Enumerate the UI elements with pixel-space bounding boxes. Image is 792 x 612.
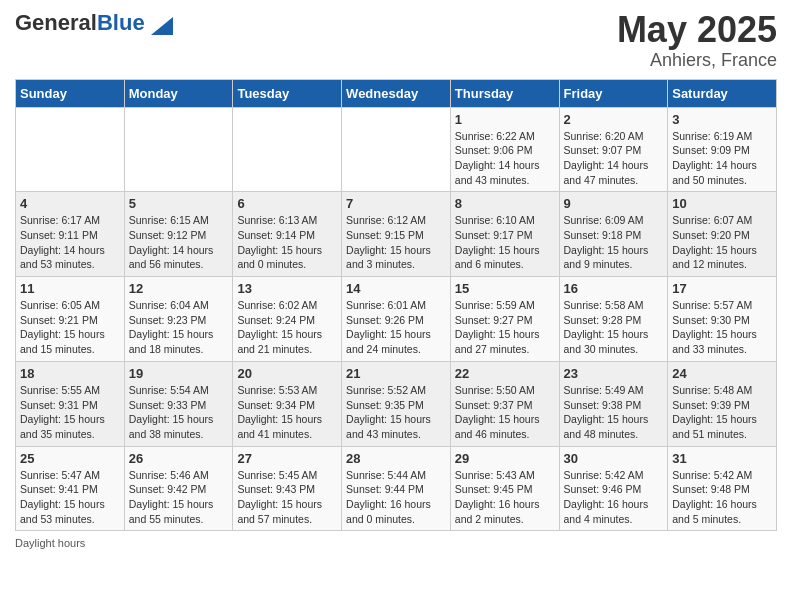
day-info: Sunrise: 5:53 AMSunset: 9:34 PMDaylight:…: [237, 383, 337, 442]
calendar-title: May 2025: [617, 10, 777, 50]
calendar-cell: 12Sunrise: 6:04 AMSunset: 9:23 PMDayligh…: [124, 277, 233, 362]
calendar-table: SundayMondayTuesdayWednesdayThursdayFrid…: [15, 79, 777, 532]
calendar-cell: 13Sunrise: 6:02 AMSunset: 9:24 PMDayligh…: [233, 277, 342, 362]
calendar-cell: 24Sunrise: 5:48 AMSunset: 9:39 PMDayligh…: [668, 361, 777, 446]
day-info: Sunrise: 5:54 AMSunset: 9:33 PMDaylight:…: [129, 383, 229, 442]
day-info: Sunrise: 6:09 AMSunset: 9:18 PMDaylight:…: [564, 213, 664, 272]
calendar-cell: 25Sunrise: 5:47 AMSunset: 9:41 PMDayligh…: [16, 446, 125, 531]
day-number: 25: [20, 451, 120, 466]
day-number: 24: [672, 366, 772, 381]
page-header: GeneralBlue May 2025 Anhiers, France: [15, 10, 777, 71]
calendar-cell: [16, 107, 125, 192]
day-number: 27: [237, 451, 337, 466]
calendar-cell: 17Sunrise: 5:57 AMSunset: 9:30 PMDayligh…: [668, 277, 777, 362]
logo-icon: [151, 17, 173, 35]
calendar-cell: 28Sunrise: 5:44 AMSunset: 9:44 PMDayligh…: [342, 446, 451, 531]
svg-marker-0: [151, 17, 173, 35]
day-info: Sunrise: 6:02 AMSunset: 9:24 PMDaylight:…: [237, 298, 337, 357]
calendar-cell: 22Sunrise: 5:50 AMSunset: 9:37 PMDayligh…: [450, 361, 559, 446]
calendar-subtitle: Anhiers, France: [617, 50, 777, 71]
calendar-cell: 20Sunrise: 5:53 AMSunset: 9:34 PMDayligh…: [233, 361, 342, 446]
calendar-cell: 5Sunrise: 6:15 AMSunset: 9:12 PMDaylight…: [124, 192, 233, 277]
calendar-cell: 29Sunrise: 5:43 AMSunset: 9:45 PMDayligh…: [450, 446, 559, 531]
day-info: Sunrise: 6:20 AMSunset: 9:07 PMDaylight:…: [564, 129, 664, 188]
day-info: Sunrise: 6:05 AMSunset: 9:21 PMDaylight:…: [20, 298, 120, 357]
calendar-week-4: 18Sunrise: 5:55 AMSunset: 9:31 PMDayligh…: [16, 361, 777, 446]
day-number: 26: [129, 451, 229, 466]
day-number: 28: [346, 451, 446, 466]
day-info: Sunrise: 5:50 AMSunset: 9:37 PMDaylight:…: [455, 383, 555, 442]
col-header-friday: Friday: [559, 79, 668, 107]
day-number: 29: [455, 451, 555, 466]
day-number: 23: [564, 366, 664, 381]
calendar-cell: 26Sunrise: 5:46 AMSunset: 9:42 PMDayligh…: [124, 446, 233, 531]
day-info: Sunrise: 5:44 AMSunset: 9:44 PMDaylight:…: [346, 468, 446, 527]
day-number: 21: [346, 366, 446, 381]
col-header-monday: Monday: [124, 79, 233, 107]
day-info: Sunrise: 5:42 AMSunset: 9:46 PMDaylight:…: [564, 468, 664, 527]
day-number: 17: [672, 281, 772, 296]
col-header-saturday: Saturday: [668, 79, 777, 107]
day-info: Sunrise: 5:55 AMSunset: 9:31 PMDaylight:…: [20, 383, 120, 442]
calendar-cell: 31Sunrise: 5:42 AMSunset: 9:48 PMDayligh…: [668, 446, 777, 531]
calendar-week-2: 4Sunrise: 6:17 AMSunset: 9:11 PMDaylight…: [16, 192, 777, 277]
day-info: Sunrise: 5:45 AMSunset: 9:43 PMDaylight:…: [237, 468, 337, 527]
day-number: 9: [564, 196, 664, 211]
day-info: Sunrise: 6:15 AMSunset: 9:12 PMDaylight:…: [129, 213, 229, 272]
day-number: 10: [672, 196, 772, 211]
day-number: 5: [129, 196, 229, 211]
day-number: 22: [455, 366, 555, 381]
calendar-cell: 18Sunrise: 5:55 AMSunset: 9:31 PMDayligh…: [16, 361, 125, 446]
calendar-cell: 1Sunrise: 6:22 AMSunset: 9:06 PMDaylight…: [450, 107, 559, 192]
calendar-cell: 2Sunrise: 6:20 AMSunset: 9:07 PMDaylight…: [559, 107, 668, 192]
title-block: May 2025 Anhiers, France: [617, 10, 777, 71]
day-info: Sunrise: 6:12 AMSunset: 9:15 PMDaylight:…: [346, 213, 446, 272]
day-number: 13: [237, 281, 337, 296]
day-info: Sunrise: 6:19 AMSunset: 9:09 PMDaylight:…: [672, 129, 772, 188]
day-info: Sunrise: 5:59 AMSunset: 9:27 PMDaylight:…: [455, 298, 555, 357]
calendar-cell: 30Sunrise: 5:42 AMSunset: 9:46 PMDayligh…: [559, 446, 668, 531]
calendar-cell: 16Sunrise: 5:58 AMSunset: 9:28 PMDayligh…: [559, 277, 668, 362]
calendar-week-3: 11Sunrise: 6:05 AMSunset: 9:21 PMDayligh…: [16, 277, 777, 362]
footer: Daylight hours: [15, 537, 777, 549]
day-info: Sunrise: 6:07 AMSunset: 9:20 PMDaylight:…: [672, 213, 772, 272]
calendar-cell: 9Sunrise: 6:09 AMSunset: 9:18 PMDaylight…: [559, 192, 668, 277]
calendar-cell: 11Sunrise: 6:05 AMSunset: 9:21 PMDayligh…: [16, 277, 125, 362]
calendar-cell: 4Sunrise: 6:17 AMSunset: 9:11 PMDaylight…: [16, 192, 125, 277]
day-number: 3: [672, 112, 772, 127]
logo-blue: Blue: [97, 10, 145, 35]
day-number: 31: [672, 451, 772, 466]
daylight-hours-label: Daylight hours: [15, 537, 85, 549]
calendar-header-row: SundayMondayTuesdayWednesdayThursdayFrid…: [16, 79, 777, 107]
day-number: 1: [455, 112, 555, 127]
logo-general: General: [15, 10, 97, 35]
day-info: Sunrise: 5:43 AMSunset: 9:45 PMDaylight:…: [455, 468, 555, 527]
day-info: Sunrise: 5:42 AMSunset: 9:48 PMDaylight:…: [672, 468, 772, 527]
calendar-week-5: 25Sunrise: 5:47 AMSunset: 9:41 PMDayligh…: [16, 446, 777, 531]
day-number: 30: [564, 451, 664, 466]
calendar-cell: 7Sunrise: 6:12 AMSunset: 9:15 PMDaylight…: [342, 192, 451, 277]
day-number: 6: [237, 196, 337, 211]
calendar-week-1: 1Sunrise: 6:22 AMSunset: 9:06 PMDaylight…: [16, 107, 777, 192]
day-number: 2: [564, 112, 664, 127]
day-info: Sunrise: 6:04 AMSunset: 9:23 PMDaylight:…: [129, 298, 229, 357]
day-number: 19: [129, 366, 229, 381]
calendar-cell: [124, 107, 233, 192]
day-number: 15: [455, 281, 555, 296]
day-number: 7: [346, 196, 446, 211]
calendar-cell: 8Sunrise: 6:10 AMSunset: 9:17 PMDaylight…: [450, 192, 559, 277]
calendar-cell: 15Sunrise: 5:59 AMSunset: 9:27 PMDayligh…: [450, 277, 559, 362]
day-number: 11: [20, 281, 120, 296]
col-header-tuesday: Tuesday: [233, 79, 342, 107]
day-info: Sunrise: 5:47 AMSunset: 9:41 PMDaylight:…: [20, 468, 120, 527]
day-number: 14: [346, 281, 446, 296]
calendar-cell: 23Sunrise: 5:49 AMSunset: 9:38 PMDayligh…: [559, 361, 668, 446]
calendar-cell: [342, 107, 451, 192]
day-number: 8: [455, 196, 555, 211]
day-info: Sunrise: 6:13 AMSunset: 9:14 PMDaylight:…: [237, 213, 337, 272]
day-info: Sunrise: 5:52 AMSunset: 9:35 PMDaylight:…: [346, 383, 446, 442]
calendar-cell: 10Sunrise: 6:07 AMSunset: 9:20 PMDayligh…: [668, 192, 777, 277]
calendar-cell: 27Sunrise: 5:45 AMSunset: 9:43 PMDayligh…: [233, 446, 342, 531]
day-info: Sunrise: 6:17 AMSunset: 9:11 PMDaylight:…: [20, 213, 120, 272]
logo: GeneralBlue: [15, 10, 173, 36]
